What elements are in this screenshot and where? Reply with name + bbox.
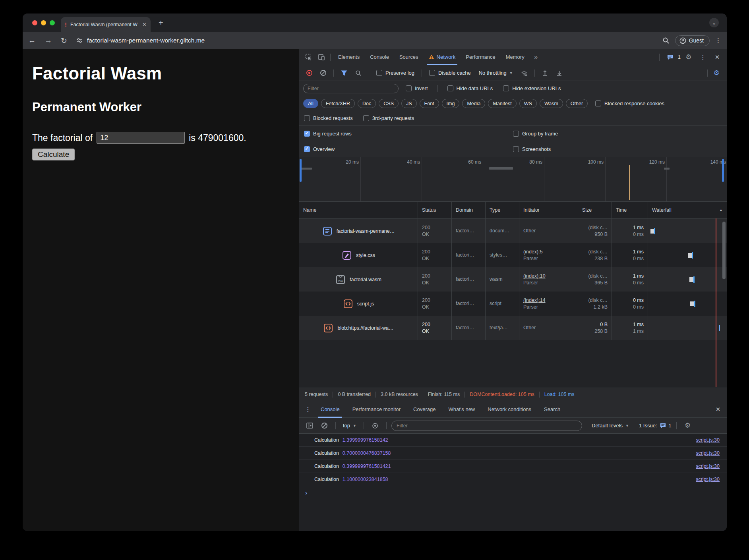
reload-icon[interactable]: ↻	[61, 36, 67, 45]
drawer-tab-coverage[interactable]: Coverage	[407, 401, 442, 418]
timeline-right-handle[interactable]	[722, 159, 724, 182]
column-name[interactable]: Name	[299, 202, 418, 218]
drawer-close-icon[interactable]: ✕	[712, 404, 724, 415]
close-window-button[interactable]	[32, 20, 37, 25]
big-request-rows-checkbox[interactable]: Big request rows	[304, 131, 352, 137]
chip-wasm[interactable]: Wasm	[540, 99, 563, 108]
table-row[interactable]: script.js 200OK factori… script (index):…	[299, 292, 727, 316]
chip-other[interactable]: Other	[566, 99, 588, 108]
tab-search-icon[interactable]: ⌄	[709, 18, 719, 27]
chip-img[interactable]: Img	[442, 99, 460, 108]
minimize-window-button[interactable]	[41, 20, 46, 25]
console-settings-icon[interactable]: ⚙	[681, 421, 694, 431]
profile-button[interactable]: Guest	[675, 35, 710, 46]
forward-icon[interactable]: →	[45, 36, 52, 45]
hide-data-urls-checkbox[interactable]: Hide data URLs	[444, 85, 496, 91]
column-domain[interactable]: Domain	[452, 202, 486, 218]
clear-network-log-icon[interactable]	[320, 70, 326, 76]
table-row[interactable]: blob:https://factorial-wa… 200OK factori…	[299, 316, 727, 340]
message-source-link[interactable]: script.js:30	[696, 463, 720, 469]
scrollbar-thumb[interactable]	[722, 222, 726, 279]
drawer-tab-search[interactable]: Search	[538, 401, 567, 418]
table-row[interactable]: factorial-wasm-permane… 200OK factori… d…	[299, 219, 727, 243]
hide-extension-urls-checkbox[interactable]: Hide extension URLs	[500, 85, 564, 91]
tab-console[interactable]: Console	[365, 49, 394, 65]
throttling-select[interactable]: No throttling ▼	[476, 70, 516, 76]
drawer-menu-icon[interactable]: ⋮	[302, 404, 314, 415]
search-icon[interactable]	[352, 68, 365, 78]
tab-sources[interactable]: Sources	[394, 49, 424, 65]
tab-elements[interactable]: Elements	[333, 49, 365, 65]
chip-ws[interactable]: WS	[519, 99, 537, 108]
column-size[interactable]: Size	[578, 202, 612, 218]
preserve-log-checkbox[interactable]: Preserve log	[373, 70, 418, 76]
chip-js[interactable]: JS	[401, 99, 417, 108]
inspect-element-icon[interactable]	[302, 52, 315, 62]
group-by-frame-checkbox[interactable]: Group by frame	[513, 131, 558, 137]
url-field[interactable]: factorial-wasm-permanent-worker.glitch.m…	[87, 37, 662, 44]
request-initiator-link[interactable]: (index):5	[523, 249, 574, 255]
console-message[interactable]: Calculation 1.399999976158142 script.js:…	[299, 434, 727, 447]
network-settings-icon[interactable]: ⚙	[710, 68, 723, 78]
chip-font[interactable]: Font	[420, 99, 439, 108]
blocked-requests-checkbox[interactable]: Blocked requests	[304, 115, 353, 121]
site-settings-icon[interactable]	[76, 37, 83, 44]
tab-close-icon[interactable]: ✕	[142, 21, 147, 27]
devtools-menu-icon[interactable]: ⋮	[697, 52, 709, 62]
message-source-link[interactable]: script.js:30	[696, 450, 720, 456]
network-overview-timeline[interactable]: 20 ms 40 ms 60 ms 80 ms 100 ms 120 ms 14…	[299, 157, 727, 202]
request-initiator-link[interactable]: (index):14	[523, 297, 574, 304]
screenshots-checkbox[interactable]: Screenshots	[513, 146, 551, 152]
tab-memory[interactable]: Memory	[501, 49, 530, 65]
more-tabs-icon[interactable]: »	[530, 52, 542, 62]
column-time[interactable]: Time	[612, 202, 648, 218]
export-har-icon[interactable]	[553, 68, 566, 78]
calculate-button[interactable]: Calculate	[32, 149, 75, 160]
context-select[interactable]: top ▼	[341, 423, 359, 429]
column-waterfall[interactable]: Waterfall ▲	[648, 202, 727, 218]
chip-css[interactable]: CSS	[379, 99, 399, 108]
zoom-icon[interactable]	[662, 37, 670, 44]
invert-checkbox[interactable]: Invert	[403, 85, 431, 91]
back-icon[interactable]: ←	[28, 36, 36, 45]
table-row[interactable]: WAfactorial.wasm 200OK factori… wasm (in…	[299, 267, 727, 292]
message-source-link[interactable]: script.js:30	[696, 477, 720, 482]
drawer-tab-performance-monitor[interactable]: Performance monitor	[346, 401, 407, 418]
column-type[interactable]: Type	[486, 202, 519, 218]
record-network-log-icon[interactable]	[306, 70, 312, 76]
blocked-response-cookies-checkbox[interactable]: Blocked response cookies	[592, 100, 668, 106]
clear-console-icon[interactable]	[321, 423, 327, 429]
network-filter-input[interactable]	[303, 84, 399, 93]
console-sidebar-icon[interactable]	[303, 421, 316, 431]
devtools-settings-icon[interactable]: ⚙	[682, 52, 695, 62]
drawer-tab-whats-new[interactable]: What's new	[442, 401, 481, 418]
console-message[interactable]: Calculation 1.100000023841858 script.js:…	[299, 473, 727, 486]
filter-funnel-icon[interactable]	[338, 68, 350, 78]
tab-performance[interactable]: Performance	[461, 49, 500, 65]
browser-tab[interactable]: ! Factorial Wasm (permanent W ✕	[61, 17, 151, 32]
overview-checkbox[interactable]: Overview	[304, 146, 335, 152]
chip-doc[interactable]: Doc	[358, 99, 376, 108]
drawer-tab-console[interactable]: Console	[314, 401, 346, 418]
devtools-close-icon[interactable]: ✕	[711, 52, 724, 62]
device-toolbar-icon[interactable]	[315, 52, 328, 62]
factorial-input[interactable]	[97, 132, 185, 144]
console-message[interactable]: Calculation 0.7000000476837158 script.js…	[299, 447, 727, 460]
chip-fetch-xhr[interactable]: Fetch/XHR	[321, 99, 355, 108]
request-initiator-link[interactable]: (index):10	[523, 273, 574, 280]
import-har-icon[interactable]	[539, 68, 552, 78]
chip-all[interactable]: All	[303, 99, 318, 108]
browser-menu-icon[interactable]: ⋮	[715, 37, 721, 44]
third-party-requests-checkbox[interactable]: 3rd-party requests	[363, 115, 414, 121]
column-initiator[interactable]: Initiator	[519, 202, 578, 218]
column-status[interactable]: Status	[418, 202, 452, 218]
console-message[interactable]: Calculation 0.3999999761581421 script.js…	[299, 460, 727, 473]
console-prompt[interactable]: ›	[299, 486, 727, 499]
table-row[interactable]: style.css 200OK factori… styles… (index)…	[299, 243, 727, 267]
disable-cache-checkbox[interactable]: Disable cache	[426, 70, 474, 76]
live-expression-eye-icon[interactable]	[369, 421, 381, 431]
issues-counter[interactable]: 1 Issue: 1	[639, 423, 672, 429]
network-conditions-icon[interactable]	[518, 68, 530, 78]
new-tab-button[interactable]: +	[159, 19, 163, 27]
message-source-link[interactable]: script.js:30	[696, 437, 720, 443]
